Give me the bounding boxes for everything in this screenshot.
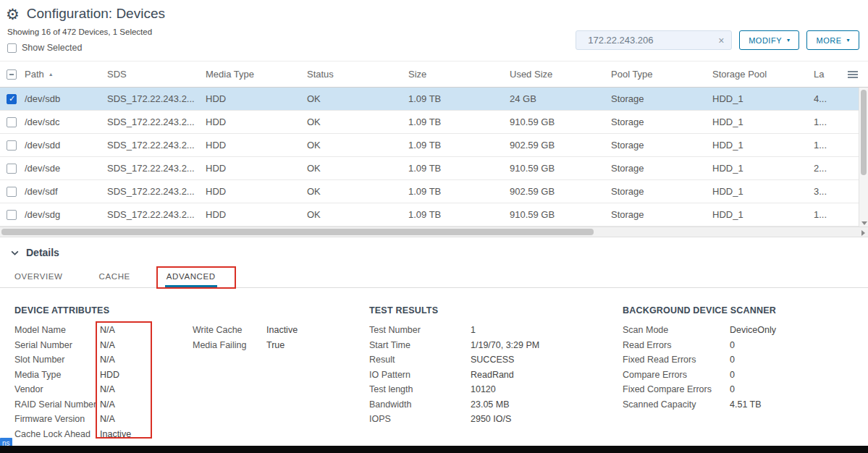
show-selected-checkbox[interactable] (7, 43, 17, 53)
column-header-storage-pool[interactable]: Storage Pool (712, 69, 814, 80)
scanner-label: Compare Errors (623, 370, 730, 380)
clear-search-icon[interactable]: × (717, 35, 725, 46)
horizontal-scrollbar[interactable] (0, 226, 868, 237)
test-value: 23.05 MB (471, 399, 623, 410)
details-header[interactable]: Details (0, 237, 868, 261)
scanner-value: 0 (730, 370, 854, 380)
attr-value: True (266, 340, 298, 350)
column-header-last[interactable]: La (814, 69, 835, 80)
table-row[interactable]: /dev/sdg SDS_172.22.243.2... HDD OK 1.09… (0, 203, 868, 226)
toolbar-right: × MODIFY ▾ MORE ▾ (576, 30, 859, 56)
tab-advanced[interactable]: ADVANCED (165, 264, 217, 287)
attr-label: Media Failing (193, 340, 266, 350)
search-input[interactable] (586, 34, 717, 46)
cell-last: 2... (814, 163, 835, 174)
more-button[interactable]: MORE ▾ (806, 30, 859, 50)
cell-pool-type: Storage (611, 93, 712, 104)
cell-used-size: 902.59 GB (510, 186, 611, 197)
cell-storage-pool: HDD_1 (712, 93, 814, 104)
column-header-size[interactable]: Size (408, 69, 510, 80)
table-row[interactable]: /dev/sdd SDS_172.22.243.2... HDD OK 1.09… (0, 134, 868, 157)
devices-table: Path▲ SDS Media Type Status Size Used Si… (0, 61, 868, 226)
column-header-used-size[interactable]: Used Size (510, 69, 611, 80)
test-label: Start Time (369, 340, 471, 350)
cell-pool-type: Storage (611, 117, 712, 127)
column-header-media-type[interactable]: Media Type (206, 69, 307, 80)
row-checkbox[interactable] (7, 94, 17, 104)
cell-status: OK (307, 140, 408, 151)
vertical-scrollbar-thumb[interactable] (861, 90, 867, 175)
cell-status: OK (307, 93, 408, 104)
scanner-value: 0 (730, 355, 854, 365)
test-value: 1 (471, 325, 623, 335)
cell-pool-type: Storage (611, 163, 712, 174)
toolbar-left: Showing 16 of 472 Devices, 1 Selected Sh… (7, 27, 152, 56)
horizontal-scrollbar-thumb[interactable] (1, 229, 594, 235)
attr-value: N/A (100, 414, 165, 424)
chevron-down-icon: ▾ (846, 38, 850, 43)
bottom-taskbar (0, 446, 868, 453)
cell-status: OK (307, 209, 408, 220)
tab-overview[interactable]: OVERVIEW (13, 264, 64, 287)
column-header-pool-type[interactable]: Pool Type (611, 69, 712, 80)
scroll-down-arrow-icon[interactable] (861, 221, 867, 225)
row-checkbox[interactable] (7, 187, 17, 197)
cell-pool-type: Storage (611, 140, 712, 151)
test-label: IOPS (369, 414, 471, 424)
background-scanner-title: BACKGROUND DEVICE SCANNER (623, 305, 854, 316)
device-attributes-panel: DEVICE ATTRIBUTES Model Name N/A Serial … (14, 305, 369, 439)
modify-button[interactable]: MODIFY ▾ (739, 30, 799, 50)
cell-status: OK (307, 186, 408, 197)
cell-sds: SDS_172.22.243.2... (107, 117, 206, 127)
cell-last: 1... (814, 117, 835, 127)
row-checkbox[interactable] (7, 164, 17, 174)
header-checkbox-cell (0, 69, 25, 80)
page-header: ⚙ Configuration: Devices (0, 0, 868, 25)
cell-status: OK (307, 117, 408, 127)
test-value: SUCCESS (471, 355, 623, 365)
gear-icon: ⚙ (6, 7, 20, 22)
scanner-label: Read Errors (623, 340, 730, 350)
table-row[interactable]: /dev/sdf SDS_172.22.243.2... HDD OK 1.09… (0, 180, 868, 203)
column-header-status[interactable]: Status (307, 69, 408, 80)
sort-asc-icon: ▲ (49, 72, 54, 77)
row-checkbox[interactable] (7, 117, 17, 127)
row-checkbox[interactable] (7, 140, 17, 151)
column-header-path[interactable]: Path▲ (25, 69, 107, 80)
vertical-scrollbar[interactable] (859, 88, 868, 226)
cell-media-type: HDD (206, 186, 307, 197)
column-header-sds[interactable]: SDS (107, 69, 206, 80)
attr-value: HDD (100, 370, 165, 380)
scanner-value: 0 (730, 384, 854, 394)
cell-size: 1.09 TB (408, 163, 510, 174)
table-row[interactable]: /dev/sde SDS_172.22.243.2... HDD OK 1.09… (0, 157, 868, 180)
cell-path: /dev/sde (25, 163, 107, 174)
cell-size: 1.09 TB (408, 140, 510, 151)
table-row[interactable]: /dev/sdb SDS_172.22.243.2... HDD OK 1.09… (0, 88, 868, 111)
cell-size: 1.09 TB (408, 209, 510, 220)
test-value: 2950 IO/S (471, 414, 623, 424)
column-settings-icon[interactable] (848, 71, 858, 78)
scanner-label: Fixed Compare Errors (623, 384, 730, 394)
cell-sds: SDS_172.22.243.2... (107, 209, 206, 220)
cell-pool-type: Storage (611, 186, 712, 197)
cell-path: /dev/sdf (25, 186, 107, 197)
search-box[interactable]: × (576, 30, 732, 50)
row-checkbox-cell (0, 140, 25, 151)
table-row[interactable]: /dev/sdc SDS_172.22.243.2... HDD OK 1.09… (0, 111, 868, 134)
row-checkbox[interactable] (7, 210, 17, 220)
test-results-title: TEST RESULTS (369, 305, 623, 316)
cell-used-size: 910.59 GB (510, 117, 611, 127)
cell-sds: SDS_172.22.243.2... (107, 93, 206, 104)
scroll-right-arrow-icon[interactable] (861, 230, 865, 236)
test-value: 10120 (471, 384, 623, 394)
show-selected-toggle[interactable]: Show Selected (7, 43, 152, 53)
device-attributes-title: DEVICE ATTRIBUTES (14, 305, 369, 316)
table-header-row: Path▲ SDS Media Type Status Size Used Si… (0, 62, 868, 88)
scanner-label: Fixed Read Errors (623, 355, 730, 365)
select-all-checkbox[interactable] (7, 69, 17, 80)
cell-storage-pool: HDD_1 (712, 163, 814, 174)
cell-last: 3... (814, 186, 835, 197)
device-attributes-columns: Model Name N/A Serial Number N/A Slot Nu… (14, 325, 369, 439)
tab-cache[interactable]: CACHE (98, 264, 132, 287)
